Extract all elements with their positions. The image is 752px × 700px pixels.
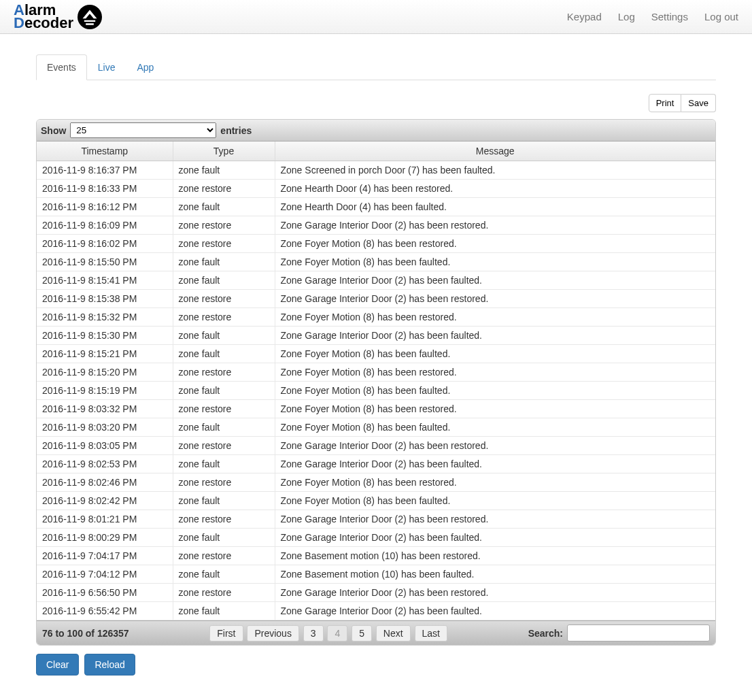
cell-type: zone fault [173, 602, 275, 620]
table-row: 2016-11-9 8:15:21 PMzone faultZone Foyer… [37, 345, 715, 363]
cell-message: Zone Hearth Door (4) has been faulted. [275, 198, 715, 216]
cell-type: zone restore [173, 235, 275, 253]
cell-message: Zone Foyer Motion (8) has been restored. [275, 363, 715, 382]
save-button[interactable]: Save [681, 94, 716, 112]
cell-message: Zone Foyer Motion (8) has been restored. [275, 308, 715, 327]
col-timestamp[interactable]: Timestamp [37, 141, 173, 161]
cell-type: zone restore [173, 584, 275, 602]
cell-type: zone restore [173, 180, 275, 198]
cell-type: zone restore [173, 290, 275, 308]
nav-log[interactable]: Log [618, 11, 635, 22]
cell-message: Zone Hearth Door (4) has been restored. [275, 180, 715, 198]
cell-type: zone fault [173, 161, 275, 180]
table-row: 2016-11-9 8:15:30 PMzone faultZone Garag… [37, 327, 715, 345]
page-4[interactable]: 4 [327, 625, 347, 641]
cell-timestamp: 2016-11-9 8:02:42 PM [37, 492, 173, 510]
cell-timestamp: 2016-11-9 8:16:33 PM [37, 180, 173, 198]
cell-timestamp: 2016-11-9 8:15:50 PM [37, 253, 173, 271]
brand[interactable]: Alarm Decoder [14, 4, 102, 29]
cell-type: zone fault [173, 382, 275, 400]
cell-timestamp: 2016-11-9 8:01:21 PM [37, 510, 173, 529]
clear-button[interactable]: Clear [36, 654, 79, 676]
table-row: 2016-11-9 8:16:02 PMzone restoreZone Foy… [37, 235, 715, 253]
col-type[interactable]: Type [173, 141, 275, 161]
table-row: 2016-11-9 8:03:32 PMzone restoreZone Foy… [37, 400, 715, 418]
table-row: 2016-11-9 8:16:37 PMzone faultZone Scree… [37, 161, 715, 180]
cell-type: zone restore [173, 400, 275, 418]
cell-timestamp: 2016-11-9 6:55:42 PM [37, 602, 173, 620]
page-5[interactable]: 5 [352, 625, 372, 641]
table-row: 2016-11-9 8:15:38 PMzone restoreZone Gar… [37, 290, 715, 308]
cell-message: Zone Garage Interior Door (2) has been f… [275, 327, 715, 345]
page-prev[interactable]: Previous [247, 625, 298, 641]
tab-live[interactable]: Live [87, 54, 126, 80]
table-row: 2016-11-9 8:02:42 PMzone faultZone Foyer… [37, 492, 715, 510]
cell-message: Zone Garage Interior Door (2) has been f… [275, 455, 715, 473]
show-label: Show [41, 125, 66, 136]
cell-message: Zone Foyer Motion (8) has been restored. [275, 400, 715, 418]
cell-timestamp: 2016-11-9 8:16:37 PM [37, 161, 173, 180]
navbar: Alarm Decoder Keypad Log Settings Log ou… [0, 0, 752, 34]
cell-type: zone restore [173, 437, 275, 455]
cell-message: Zone Foyer Motion (8) has been faulted. [275, 253, 715, 271]
cell-message: Zone Foyer Motion (8) has been restored. [275, 473, 715, 492]
nav-settings[interactable]: Settings [651, 11, 688, 22]
cell-message: Zone Basement motion (10) has been resto… [275, 547, 715, 565]
search-label: Search: [528, 628, 563, 639]
page-3[interactable]: 3 [303, 625, 324, 641]
cell-timestamp: 2016-11-9 8:15:21 PM [37, 345, 173, 363]
cell-timestamp: 2016-11-9 6:56:50 PM [37, 584, 173, 602]
table-row: 2016-11-9 8:15:32 PMzone restoreZone Foy… [37, 308, 715, 327]
cell-type: zone fault [173, 418, 275, 437]
nav-keypad[interactable]: Keypad [567, 11, 602, 22]
page-first[interactable]: First [209, 625, 243, 641]
nav-logout[interactable]: Log out [704, 11, 738, 22]
pagination-info: 76 to 100 of 126357 [42, 628, 129, 639]
col-message[interactable]: Message [275, 141, 715, 161]
tab-app[interactable]: App [126, 54, 165, 80]
table-row: 2016-11-9 7:04:17 PMzone restoreZone Bas… [37, 547, 715, 565]
search-input[interactable] [567, 624, 710, 641]
cell-type: zone fault [173, 327, 275, 345]
cell-type: zone restore [173, 308, 275, 327]
cell-message: Zone Foyer Motion (8) has been faulted. [275, 382, 715, 400]
cell-timestamp: 2016-11-9 8:16:02 PM [37, 235, 173, 253]
cell-message: Zone Garage Interior Door (2) has been f… [275, 529, 715, 547]
table-row: 2016-11-9 8:15:19 PMzone faultZone Foyer… [37, 382, 715, 400]
cell-type: zone fault [173, 529, 275, 547]
cell-timestamp: 2016-11-9 8:02:46 PM [37, 473, 173, 492]
cell-timestamp: 2016-11-9 8:15:41 PM [37, 271, 173, 290]
cell-timestamp: 2016-11-9 8:03:32 PM [37, 400, 173, 418]
page-next[interactable]: Next [376, 625, 411, 641]
page-length-select[interactable]: 25 [70, 122, 216, 138]
cell-type: zone fault [173, 271, 275, 290]
cell-message: Zone Foyer Motion (8) has been faulted. [275, 418, 715, 437]
length-control: Show 25 entries [37, 120, 715, 141]
pager: First Previous 3 4 5 Next Last [137, 625, 520, 641]
navbar-nav: Keypad Log Settings Log out [567, 11, 738, 22]
cell-timestamp: 2016-11-9 8:00:29 PM [37, 529, 173, 547]
action-buttons: Clear Reload [36, 654, 716, 676]
table-row: 2016-11-9 8:15:50 PMzone faultZone Foyer… [37, 253, 715, 271]
cell-timestamp: 2016-11-9 8:16:12 PM [37, 198, 173, 216]
cell-message: Zone Garage Interior Door (2) has been f… [275, 602, 715, 620]
table-row: 2016-11-9 8:03:20 PMzone faultZone Foyer… [37, 418, 715, 437]
table-row: 2016-11-9 8:16:12 PMzone faultZone Heart… [37, 198, 715, 216]
tab-events[interactable]: Events [36, 54, 87, 80]
table-row: 2016-11-9 8:15:20 PMzone restoreZone Foy… [37, 363, 715, 382]
table-row: 2016-11-9 8:00:29 PMzone faultZone Garag… [37, 529, 715, 547]
cell-type: zone fault [173, 198, 275, 216]
print-button[interactable]: Print [649, 94, 682, 112]
cell-message: Zone Foyer Motion (8) has been faulted. [275, 492, 715, 510]
cell-type: zone fault [173, 565, 275, 584]
cell-timestamp: 2016-11-9 8:16:09 PM [37, 216, 173, 235]
toolbar: Print Save [36, 94, 716, 112]
search-box: Search: [528, 624, 710, 641]
table-footer: 76 to 100 of 126357 First Previous 3 4 5… [37, 620, 715, 645]
cell-timestamp: 2016-11-9 7:04:17 PM [37, 547, 173, 565]
reload-button[interactable]: Reload [84, 654, 135, 676]
page-last[interactable]: Last [415, 625, 447, 641]
cell-type: zone restore [173, 510, 275, 529]
cell-type: zone restore [173, 547, 275, 565]
cell-message: Zone Garage Interior Door (2) has been r… [275, 510, 715, 529]
